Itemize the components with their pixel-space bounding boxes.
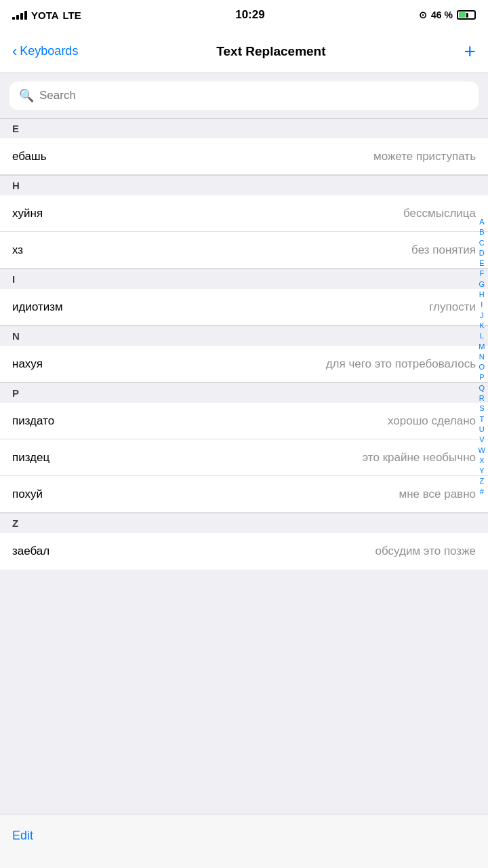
table-row[interactable]: ебашьможете приступать bbox=[0, 138, 488, 175]
item-shortcut: хз bbox=[12, 243, 23, 257]
battery-fill bbox=[459, 12, 466, 18]
item-phrase: можете приступать bbox=[373, 150, 476, 163]
index-letter[interactable]: O bbox=[479, 362, 485, 372]
battery-percent: 46 % bbox=[431, 9, 453, 20]
item-shortcut: идиотизм bbox=[12, 300, 63, 314]
index-letter[interactable]: X bbox=[479, 456, 484, 465]
index-letter[interactable]: G bbox=[479, 279, 485, 289]
item-shortcut: похуй bbox=[12, 488, 43, 501]
index-letter[interactable]: V bbox=[479, 435, 484, 444]
status-right: ⊙ 46 % bbox=[419, 9, 476, 20]
index-letter[interactable]: N bbox=[479, 352, 485, 361]
index-letter[interactable]: R bbox=[479, 393, 485, 403]
signal-bar-3 bbox=[20, 13, 23, 20]
index-letter[interactable]: P bbox=[479, 372, 484, 382]
item-shortcut: пиздец bbox=[12, 451, 49, 465]
item-phrase: хорошо сделано bbox=[388, 414, 476, 428]
index-letter[interactable]: S bbox=[479, 403, 484, 413]
index-letter[interactable]: L bbox=[480, 331, 484, 340]
signal-bars bbox=[12, 11, 27, 20]
table-row[interactable]: хуйнябессмыслица bbox=[0, 195, 488, 232]
content-area: Eебашьможете приступатьHхуйнябессмыслица… bbox=[0, 118, 488, 624]
table-row[interactable]: нахуядля чего это потребовалось bbox=[0, 346, 488, 382]
signal-bar-2 bbox=[16, 15, 19, 20]
item-shortcut: хуйня bbox=[12, 207, 43, 220]
location-icon: ⊙ bbox=[419, 9, 427, 20]
back-arrow-icon: ‹ bbox=[12, 44, 17, 59]
index-letter[interactable]: W bbox=[479, 446, 485, 455]
search-input[interactable] bbox=[39, 89, 469, 102]
table-row[interactable]: хзбез понятия bbox=[0, 232, 488, 269]
index-letter[interactable]: B bbox=[479, 227, 484, 237]
index-letter[interactable]: D bbox=[479, 248, 485, 258]
search-bar: 🔍 bbox=[9, 81, 479, 110]
item-shortcut: ебашь bbox=[12, 150, 47, 163]
index-letter[interactable]: C bbox=[479, 238, 485, 248]
item-phrase: обсудим это позже bbox=[375, 545, 476, 558]
index-letter[interactable]: Y bbox=[479, 466, 484, 475]
index-letter[interactable]: J bbox=[480, 311, 484, 320]
battery-tip bbox=[466, 13, 468, 18]
index-letter[interactable]: # bbox=[480, 487, 484, 496]
table-row[interactable]: пиздецэто крайне необычно bbox=[0, 439, 488, 476]
search-icon: 🔍 bbox=[19, 88, 34, 103]
index-letter[interactable]: E bbox=[479, 258, 484, 268]
status-left: YOTA LTE bbox=[12, 9, 81, 21]
index-letter[interactable]: Z bbox=[479, 476, 484, 486]
index-letter[interactable]: H bbox=[479, 290, 485, 299]
index-letter[interactable]: U bbox=[479, 425, 485, 434]
item-shortcut: заебал bbox=[12, 545, 49, 558]
section-header: P bbox=[0, 382, 488, 403]
status-bar: YOTA LTE 10:29 ⊙ 46 % bbox=[0, 0, 488, 30]
back-button[interactable]: ‹ Keyboards bbox=[12, 44, 78, 59]
index-letter[interactable]: K bbox=[479, 321, 484, 330]
edit-button[interactable]: Edit bbox=[12, 829, 33, 843]
item-phrase: без понятия bbox=[411, 243, 476, 257]
section-header: Z bbox=[0, 513, 488, 533]
index-letter[interactable]: A bbox=[479, 217, 484, 226]
status-time: 10:29 bbox=[235, 8, 264, 22]
table-row[interactable]: идиотизмглупости bbox=[0, 289, 488, 326]
item-phrase: для чего это потребовалось bbox=[326, 357, 476, 371]
index-letter[interactable]: Q bbox=[479, 383, 485, 393]
item-phrase: это крайне необычно bbox=[363, 451, 476, 465]
signal-bar-1 bbox=[12, 17, 15, 20]
section-header: E bbox=[0, 118, 488, 138]
back-label: Keyboards bbox=[20, 44, 78, 58]
table-row[interactable]: похуймне все равно bbox=[0, 476, 488, 513]
section-header: N bbox=[0, 326, 488, 346]
page-title: Text Replacement bbox=[216, 44, 325, 59]
index-sidebar: ABCDEFGHIJKLMNOPQRSTUVWXYZ# bbox=[479, 217, 485, 496]
index-letter[interactable]: M bbox=[479, 342, 485, 351]
add-button[interactable]: + bbox=[464, 41, 476, 62]
signal-bar-4 bbox=[24, 11, 27, 20]
table-row[interactable]: заебалобсудим это позже bbox=[0, 533, 488, 570]
carrier-label: YOTA bbox=[31, 9, 59, 21]
list-container: Eебашьможете приступатьHхуйнябессмыслица… bbox=[0, 118, 488, 570]
item-phrase: мне все равно bbox=[399, 488, 476, 501]
battery-icon bbox=[457, 10, 476, 20]
section-header: H bbox=[0, 175, 488, 195]
nav-bar: ‹ Keyboards Text Replacement + bbox=[0, 30, 488, 73]
table-row[interactable]: пиздатохорошо сделано bbox=[0, 403, 488, 439]
index-letter[interactable]: T bbox=[479, 414, 484, 424]
item-shortcut: нахуя bbox=[12, 357, 43, 371]
network-label: LTE bbox=[63, 9, 81, 21]
bottom-toolbar: Edit bbox=[0, 814, 488, 868]
item-phrase: бессмыслица bbox=[403, 207, 476, 220]
item-phrase: глупости bbox=[429, 300, 476, 314]
index-letter[interactable]: F bbox=[479, 269, 484, 278]
section-header: I bbox=[0, 269, 488, 289]
search-container: 🔍 bbox=[0, 73, 488, 118]
item-shortcut: пиздато bbox=[12, 414, 54, 428]
index-letter[interactable]: I bbox=[481, 300, 483, 309]
